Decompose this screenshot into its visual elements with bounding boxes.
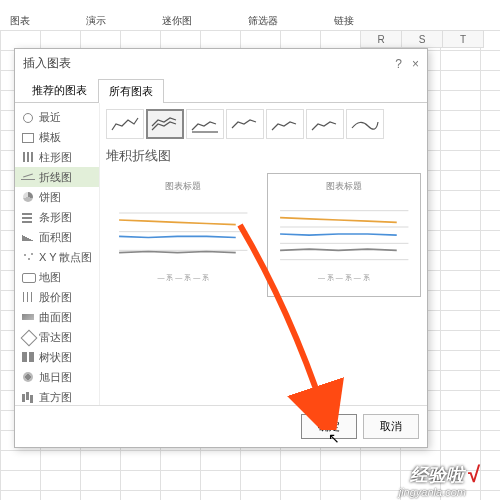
bar-icon: [21, 151, 35, 163]
line-chart-icon: [113, 199, 254, 269]
cancel-button[interactable]: 取消: [363, 414, 419, 439]
subtype-option-5[interactable]: [306, 109, 344, 139]
tab-all-charts[interactable]: 所有图表: [98, 79, 164, 103]
chart-preview-2[interactable]: 图表标题 — 系 — 系 — 系: [267, 173, 422, 297]
subtype-option-4[interactable]: [266, 109, 304, 139]
sidebar-item-radar[interactable]: 雷达图: [15, 327, 99, 347]
stock-icon: [21, 291, 35, 303]
check-icon: √: [468, 462, 480, 488]
watermark-url: jingyanla.com: [399, 486, 466, 498]
recent-icon: [21, 111, 35, 123]
sidebar-item-label: 股价图: [39, 290, 72, 304]
tab-recommended[interactable]: 推荐的图表: [21, 78, 98, 102]
sidebar-item-surface[interactable]: 曲面图: [15, 307, 99, 327]
preview-legend: — 系 — 系 — 系: [318, 273, 370, 283]
watermark: 经验啦 √: [410, 462, 480, 488]
sidebar-item-bar[interactable]: 柱形图: [15, 147, 99, 167]
line-chart-icon: [274, 199, 415, 269]
dialog-titlebar: 插入图表 ? ×: [15, 49, 427, 78]
surface-icon: [21, 311, 35, 323]
chart-preview-1[interactable]: 图表标题 — 系 — 系 — 系: [106, 173, 261, 297]
sidebar-item-hist[interactable]: 直方图: [15, 387, 99, 405]
sidebar-item-label: X Y 散点图: [39, 250, 92, 264]
sidebar-item-pie[interactable]: 饼图: [15, 187, 99, 207]
close-icon[interactable]: ×: [412, 57, 419, 71]
sidebar-item-label: 面积图: [39, 230, 72, 244]
map-icon: [21, 271, 35, 283]
sidebar-item-label: 饼图: [39, 190, 61, 204]
chart-subtype-title: 堆积折线图: [106, 147, 421, 165]
col-header[interactable]: T: [443, 30, 484, 48]
col-header[interactable]: S: [402, 30, 443, 48]
help-icon[interactable]: ?: [395, 57, 402, 71]
sidebar-item-label: 曲面图: [39, 310, 72, 324]
ribbon: 图表 演示 迷你图 筛选器 链接: [0, 0, 500, 31]
sidebar-item-xy[interactable]: X Y 散点图: [15, 247, 99, 267]
insert-chart-dialog: 插入图表 ? × 推荐的图表 所有图表 最近模板柱形图折线图饼图条形图面积图X …: [14, 48, 428, 448]
preview-title: 图表标题: [326, 180, 362, 193]
sidebar-item-label: 柱形图: [39, 150, 72, 164]
sidebar-item-sun[interactable]: 旭日图: [15, 367, 99, 387]
ok-button[interactable]: 确定: [301, 414, 357, 439]
xy-icon: [21, 251, 35, 263]
sidebar-item-recent[interactable]: 最近: [15, 107, 99, 127]
sidebar-item-line[interactable]: 折线图: [15, 167, 99, 187]
subtype-option-1[interactable]: [146, 109, 184, 139]
dialog-title: 插入图表: [23, 55, 71, 72]
radar-icon: [21, 331, 35, 343]
ribbon-group-chart: 图表: [2, 12, 38, 30]
chart-subtype-row: [106, 109, 421, 139]
pie-icon: [21, 191, 35, 203]
preview-legend: — 系 — 系 — 系: [157, 273, 209, 283]
watermark-brand: 经验啦: [410, 463, 464, 487]
barh-icon: [21, 211, 35, 223]
preview-title: 图表标题: [165, 180, 201, 193]
tree-icon: [21, 351, 35, 363]
sidebar-item-label: 折线图: [39, 170, 72, 184]
sidebar-item-template[interactable]: 模板: [15, 127, 99, 147]
sidebar-item-tree[interactable]: 树状图: [15, 347, 99, 367]
sun-icon: [21, 371, 35, 383]
sidebar-item-label: 雷达图: [39, 330, 72, 344]
dialog-footer: 确定 取消: [15, 405, 427, 447]
sidebar-item-area[interactable]: 面积图: [15, 227, 99, 247]
sidebar-item-label: 模板: [39, 130, 61, 144]
ribbon-group-link: 链接: [326, 12, 362, 30]
line-icon: [21, 171, 35, 183]
sidebar-item-label: 直方图: [39, 390, 72, 404]
subtype-option-6[interactable]: [346, 109, 384, 139]
sidebar-item-barh[interactable]: 条形图: [15, 207, 99, 227]
sidebar-item-label: 地图: [39, 270, 61, 284]
ribbon-group-spark: 迷你图: [154, 12, 200, 30]
subtype-option-0[interactable]: [106, 109, 144, 139]
area-icon: [21, 231, 35, 243]
subtype-option-2[interactable]: [186, 109, 224, 139]
chart-type-list[interactable]: 最近模板柱形图折线图饼图条形图面积图X Y 散点图地图股价图曲面图雷达图树状图旭…: [15, 103, 100, 405]
template-icon: [21, 131, 35, 143]
dialog-tabs: 推荐的图表 所有图表: [15, 78, 427, 103]
ribbon-group-present: 演示: [78, 12, 114, 30]
chart-detail-pane: 堆积折线图 图表标题 — 系 — 系 — 系 图表标题: [100, 103, 427, 405]
column-headers: R S T: [361, 30, 484, 48]
sidebar-item-label: 旭日图: [39, 370, 72, 384]
sidebar-item-label: 最近: [39, 110, 61, 124]
hist-icon: [21, 391, 35, 403]
subtype-option-3[interactable]: [226, 109, 264, 139]
sidebar-item-label: 树状图: [39, 350, 72, 364]
sidebar-item-map[interactable]: 地图: [15, 267, 99, 287]
sidebar-item-stock[interactable]: 股价图: [15, 287, 99, 307]
sidebar-item-label: 条形图: [39, 210, 72, 224]
ribbon-group-filter: 筛选器: [240, 12, 286, 30]
col-header[interactable]: R: [361, 30, 402, 48]
